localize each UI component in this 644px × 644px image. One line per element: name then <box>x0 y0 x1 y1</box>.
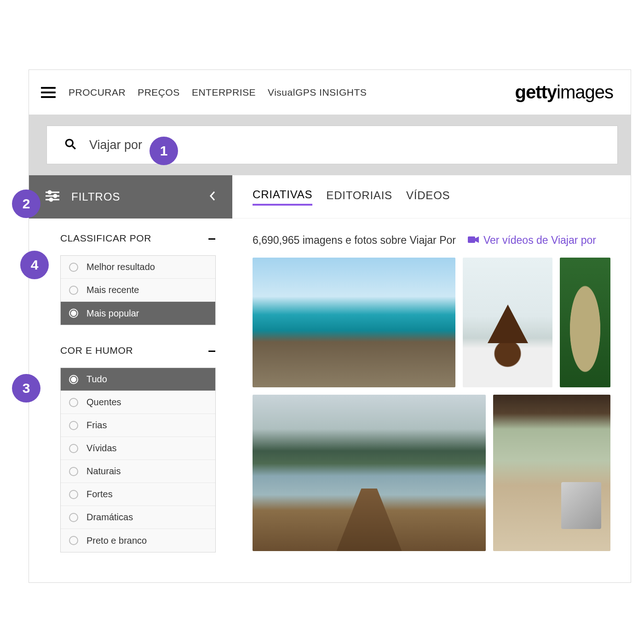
option-label: Quentes <box>86 397 121 408</box>
svg-point-3 <box>48 191 51 194</box>
tutorial-badge-2: 2 <box>12 190 40 218</box>
tutorial-badge-4: 4 <box>20 251 49 279</box>
radio-icon <box>69 263 78 272</box>
see-videos-link[interactable]: Ver vídeos de Viajar por <box>468 234 596 247</box>
color-option-cool[interactable]: Frias <box>61 414 215 437</box>
content-tabs: CRIATIVAS EDITORIAIS VÍDEOS <box>232 175 631 218</box>
sort-option-best[interactable]: Melhor resultado <box>61 256 215 279</box>
video-link-label: Ver vídeos de Viajar por <box>483 234 596 247</box>
filter-section-sort: CLASSIFICAR POR – Melhor resultado Mais … <box>29 218 232 331</box>
section-title-sort: CLASSIFICAR POR <box>60 233 151 244</box>
option-label: Frias <box>86 420 107 431</box>
sort-option-list: Melhor resultado Mais recente Mais popul… <box>60 255 216 325</box>
chevron-left-icon[interactable] <box>209 191 216 203</box>
results-count: 6,690,965 imagens e fotos sobre Viajar P… <box>253 234 456 247</box>
radio-icon <box>69 513 78 522</box>
video-camera-icon <box>468 234 479 247</box>
radio-icon <box>69 286 78 295</box>
sliders-icon <box>46 190 59 204</box>
color-option-warm[interactable]: Quentes <box>61 391 215 414</box>
primary-nav: PROCURAR PREÇOS ENTERPRISE VisualGPS INS… <box>69 87 367 98</box>
top-header: PROCURAR PREÇOS ENTERPRISE VisualGPS INS… <box>29 70 631 115</box>
radio-icon <box>69 309 78 318</box>
svg-point-0 <box>66 139 73 146</box>
color-option-natural[interactable]: Naturais <box>61 460 215 483</box>
color-option-all[interactable]: Tudo <box>61 368 215 391</box>
radio-icon <box>69 444 78 453</box>
svg-point-7 <box>50 198 52 201</box>
filters-sidebar: FILTROS CLASSIFICAR POR – Melhor resulta… <box>29 175 232 582</box>
option-label: Naturais <box>86 466 121 477</box>
image-gallery <box>232 258 631 551</box>
result-thumb[interactable] <box>560 258 610 387</box>
filter-section-color: COR E HUMOR – Tudo Quentes Frias Vívidas… <box>29 331 232 558</box>
tab-editorial[interactable]: EDITORIAIS <box>326 189 392 205</box>
svg-rect-8 <box>468 236 475 243</box>
option-label: Fortes <box>86 489 113 500</box>
option-label: Vívidas <box>86 443 117 454</box>
logo-thin: images <box>557 82 613 102</box>
color-option-bw[interactable]: Preto e branco <box>61 529 215 552</box>
option-label: Mais popular <box>86 308 139 319</box>
radio-icon <box>69 375 78 384</box>
result-thumb[interactable] <box>493 395 610 551</box>
hamburger-menu-icon[interactable] <box>41 87 56 98</box>
option-label: Mais recente <box>86 285 139 295</box>
svg-line-1 <box>72 146 75 149</box>
option-label: Preto e branco <box>86 535 147 546</box>
filters-title: FILTROS <box>71 190 121 203</box>
option-label: Melhor resultado <box>86 262 155 272</box>
option-label: Tudo <box>86 374 107 385</box>
nav-link-enterprise[interactable]: ENTERPRISE <box>192 87 256 98</box>
collapse-icon[interactable]: – <box>208 344 216 357</box>
section-title-color: COR E HUMOR <box>60 345 133 356</box>
result-thumb[interactable] <box>253 395 486 551</box>
brand-logo[interactable]: gettyimages <box>515 82 613 103</box>
search-bar <box>46 126 618 164</box>
svg-marker-9 <box>475 236 479 243</box>
radio-icon <box>69 398 78 407</box>
sort-option-newest[interactable]: Mais recente <box>61 279 215 302</box>
color-option-list: Tudo Quentes Frias Vívidas Naturais Fort… <box>60 368 216 552</box>
color-option-vivid[interactable]: Vívidas <box>61 437 215 460</box>
result-thumb[interactable] <box>463 258 552 387</box>
nav-link-visualgps[interactable]: VisualGPS INSIGHTS <box>268 87 367 98</box>
tab-videos[interactable]: VÍDEOS <box>406 189 450 205</box>
filters-header[interactable]: FILTROS <box>29 175 232 218</box>
sort-option-popular[interactable]: Mais popular <box>61 302 215 325</box>
logo-bold: getty <box>515 82 557 102</box>
search-icon[interactable] <box>64 138 76 152</box>
tab-creative[interactable]: CRIATIVAS <box>253 188 312 206</box>
radio-icon <box>69 467 78 476</box>
result-thumb[interactable] <box>253 258 455 387</box>
svg-point-5 <box>54 195 57 197</box>
color-option-dramatic[interactable]: Dramáticas <box>61 506 215 529</box>
tutorial-badge-3: 3 <box>12 374 40 402</box>
nav-link-procurar[interactable]: PROCURAR <box>69 87 126 98</box>
search-bar-container <box>29 115 631 175</box>
radio-icon <box>69 421 78 430</box>
tutorial-badge-1: 1 <box>150 137 178 165</box>
results-header: 6,690,965 imagens e fotos sobre Viajar P… <box>232 218 631 258</box>
radio-icon <box>69 490 78 499</box>
nav-link-precos[interactable]: PREÇOS <box>138 87 180 98</box>
radio-icon <box>69 536 78 545</box>
results-main: CRIATIVAS EDITORIAIS VÍDEOS 6,690,965 im… <box>232 175 631 582</box>
option-label: Dramáticas <box>86 512 133 523</box>
color-option-bold[interactable]: Fortes <box>61 483 215 506</box>
collapse-icon[interactable]: – <box>208 231 216 245</box>
app-window: PROCURAR PREÇOS ENTERPRISE VisualGPS INS… <box>29 69 631 583</box>
